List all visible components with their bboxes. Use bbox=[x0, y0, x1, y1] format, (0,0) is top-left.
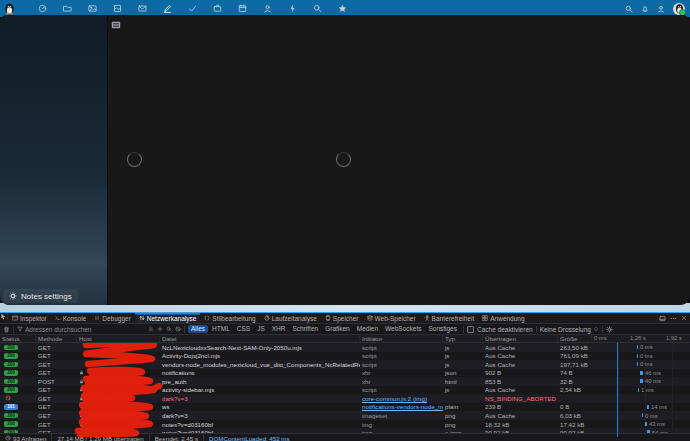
column-header-größe[interactable]: Größe bbox=[558, 335, 592, 342]
sidebar-toggle-icon[interactable] bbox=[111, 20, 121, 30]
network-request-row[interactable]: 200GETnotificationsxhrjson902 B74 B46 ms bbox=[0, 369, 690, 378]
request-time: 40 ms bbox=[645, 377, 661, 386]
devtools-tab-console[interactable]: Konsole bbox=[51, 313, 91, 323]
network-request-row[interactable]: 200GETvendors-node_modules_nextcloud_vue… bbox=[0, 360, 690, 369]
user-avatar[interactable] bbox=[673, 3, 685, 15]
app-icon-activity[interactable] bbox=[287, 1, 297, 16]
url-filter-input[interactable] bbox=[25, 326, 140, 333]
network-request-row[interactable]: GETdark?v=3core-common.js:2 (img)NS_BIND… bbox=[0, 394, 690, 403]
app-icon-search-app[interactable] bbox=[312, 1, 322, 16]
throttling-select[interactable]: Keine Drosselung bbox=[540, 326, 599, 333]
request-blocking-icon[interactable] bbox=[175, 326, 181, 332]
clear-requests-trash-icon[interactable] bbox=[3, 326, 10, 333]
cell-size: 263,50 kB bbox=[558, 343, 592, 352]
devtools-tab-accessibility[interactable]: Barrierefreiheit bbox=[420, 313, 479, 323]
filter-pill-html[interactable]: HTML bbox=[209, 325, 233, 333]
column-header-initiator[interactable]: Initiator bbox=[360, 335, 443, 342]
devtools-tab-debugger[interactable]: Debugger bbox=[90, 313, 135, 323]
filter-pill-alles[interactable]: Alles bbox=[188, 325, 208, 333]
search-icon[interactable] bbox=[625, 5, 633, 13]
column-header-timeline[interactable]: 0 ms1,28 s1,92 s bbox=[592, 335, 690, 342]
braces-icon bbox=[204, 315, 210, 321]
domcontentloaded-time[interactable]: DOMContentLoaded: 452 ms bbox=[204, 434, 294, 441]
close-icon[interactable] bbox=[681, 315, 687, 321]
domcontentloaded-marker-line bbox=[617, 343, 618, 437]
cell-type: js bbox=[443, 360, 483, 369]
app-icon-notes[interactable] bbox=[162, 1, 172, 16]
filter-pill-grafiken[interactable]: Grafiken bbox=[322, 325, 353, 333]
filter-pill-medien[interactable]: Medien bbox=[354, 325, 381, 333]
cell-waterfall bbox=[592, 394, 690, 403]
cell-host bbox=[77, 377, 160, 386]
filter-pill-websockets[interactable]: WebSockets bbox=[382, 325, 424, 333]
dock-icon[interactable] bbox=[659, 315, 666, 322]
element-picker-icon[interactable] bbox=[0, 313, 8, 320]
initiator-text[interactable]: core-common.js:2 (img) bbox=[362, 395, 427, 402]
filter-pill-schriften[interactable]: Schriften bbox=[290, 325, 322, 333]
cell-initiator: img bbox=[360, 420, 443, 429]
cell-type: plain bbox=[443, 403, 483, 412]
devtools-tab-memory[interactable]: Speicher bbox=[321, 313, 363, 323]
filter-pill-sonstiges[interactable]: Sonstiges bbox=[425, 325, 460, 333]
app-icon-deck[interactable] bbox=[212, 1, 222, 16]
folder-icon bbox=[63, 4, 72, 13]
app-icon-tasks[interactable] bbox=[187, 1, 197, 16]
app-icon-mail[interactable] bbox=[137, 1, 147, 16]
cell-initiator: script bbox=[360, 386, 443, 395]
notes-settings-button[interactable]: Notes settings bbox=[3, 289, 78, 303]
column-header-datei[interactable]: Datei bbox=[160, 335, 360, 342]
network-request-row[interactable]: 200GETNcLNextcloudxxSearch-Next-SAM-Only… bbox=[0, 343, 690, 352]
separator bbox=[536, 326, 537, 333]
search-requests-icon[interactable] bbox=[166, 326, 172, 332]
network-request-row[interactable]: 200GETnotes?v=d03160bfimgpng18,32 kB17,4… bbox=[0, 420, 690, 429]
initiator-text: xhr bbox=[362, 369, 371, 376]
column-header-übertragen[interactable]: Übertragen bbox=[483, 335, 558, 342]
devtools-tab-storage[interactable]: Web-Speicher bbox=[363, 313, 420, 323]
browser-viewport: Notes settings bbox=[0, 15, 690, 305]
app-icon-gallery[interactable] bbox=[112, 1, 122, 16]
devtools-tab-network[interactable]: Netzwerkanalyse bbox=[135, 313, 201, 323]
network-request-row[interactable]: 101GETwsnotifications-vendors-node_modul… bbox=[0, 403, 690, 412]
network-request-row[interactable]: 200GETdark?v=3imagesetpngAus Cache6,03 k… bbox=[0, 411, 690, 420]
cell-transferred: Aus Cache bbox=[483, 411, 558, 420]
app-icon-dashboard[interactable] bbox=[37, 1, 47, 16]
devtools-tab-style-editor[interactable]: Stilbearbeitung bbox=[200, 313, 259, 323]
app-icon-files[interactable] bbox=[62, 1, 72, 16]
devtools-tab-performance[interactable]: Laufzeitanalyse bbox=[260, 313, 321, 323]
filter-pill-css[interactable]: CSS bbox=[234, 325, 253, 333]
pause-icon[interactable] bbox=[148, 326, 154, 332]
cell-method: GET bbox=[36, 352, 77, 361]
devtools-tab-inspector[interactable]: Inspektor bbox=[8, 313, 51, 323]
tab-label: Debugger bbox=[102, 315, 131, 322]
column-header-host[interactable]: Host bbox=[77, 335, 160, 342]
filter-pill-xhr[interactable]: XHR bbox=[269, 325, 289, 333]
cell-size bbox=[558, 394, 592, 403]
column-header-methode[interactable]: Methode bbox=[36, 335, 77, 342]
cell-method: GET bbox=[36, 343, 77, 352]
meatball-menu-icon[interactable] bbox=[670, 315, 677, 322]
app-icon-photos[interactable] bbox=[87, 1, 97, 16]
notifications-bell-icon[interactable] bbox=[641, 5, 649, 13]
cell-type: png bbox=[443, 411, 483, 420]
app-icon-contacts[interactable] bbox=[262, 1, 272, 16]
cache-disable-checkbox[interactable] bbox=[467, 326, 474, 333]
filter-pill-js[interactable]: JS bbox=[254, 325, 268, 333]
waterfall-bar bbox=[637, 345, 638, 349]
cell-transferred: 853 B bbox=[483, 377, 558, 386]
network-request-row[interactable]: 200GETactivity-sidebar.mjsscriptjsAus Ca… bbox=[0, 386, 690, 395]
initiator-text[interactable]: notifications-vendors-node_modules_n… bbox=[362, 403, 443, 410]
devtools-tab-application[interactable]: Anwendung bbox=[478, 313, 528, 323]
contacts-menu-icon[interactable] bbox=[657, 5, 665, 13]
network-request-row[interactable]: 200POSTpre_authxhrhtml853 B32 B40 ms bbox=[0, 377, 690, 386]
new-request-plus-icon[interactable] bbox=[157, 326, 163, 332]
app-icon-favorites[interactable] bbox=[337, 1, 347, 16]
column-header-typ[interactable]: Typ bbox=[443, 335, 483, 342]
network-request-row[interactable]: 200GETActivity-Dojsj2ncl.mjsscriptjsAus … bbox=[0, 352, 690, 361]
cache-disable-label: Cache deaktivieren bbox=[477, 326, 533, 333]
app-icon-calendar[interactable] bbox=[237, 1, 247, 16]
performance-analysis-icon[interactable] bbox=[5, 435, 11, 441]
column-header-status[interactable]: Status bbox=[0, 335, 36, 342]
nextcloud-logo-icon[interactable] bbox=[3, 2, 16, 15]
network-settings-gear-icon[interactable] bbox=[606, 326, 613, 333]
cell-size: 32 B bbox=[558, 377, 592, 386]
